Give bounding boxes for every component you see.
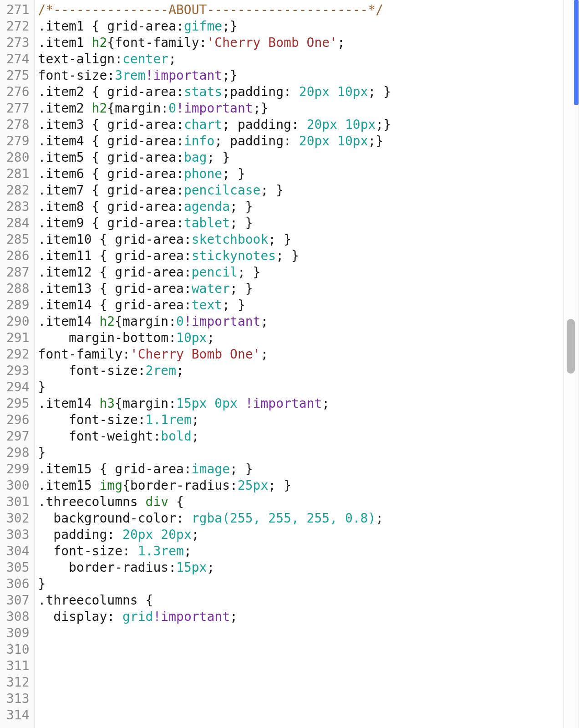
code-line[interactable]: display: grid!important; bbox=[38, 609, 560, 625]
line-number: 287 bbox=[6, 264, 30, 281]
vertical-scrollbar[interactable] bbox=[564, 0, 579, 728]
code-line[interactable]: /*---------------ABOUT------------------… bbox=[38, 2, 560, 18]
code-line[interactable]: .item5 { grid-area:bag; } bbox=[38, 149, 560, 166]
line-number: 309 bbox=[6, 625, 30, 641]
line-number: 278 bbox=[6, 117, 30, 133]
code-content[interactable]: /*---------------ABOUT------------------… bbox=[35, 0, 564, 728]
code-line[interactable]: .item10 { grid-area:sketchbook; } bbox=[38, 231, 560, 248]
line-number: 273 bbox=[6, 35, 30, 51]
line-number: 299 bbox=[6, 461, 30, 477]
line-number: 277 bbox=[6, 100, 30, 117]
code-line[interactable]: margin-bottom:10px; bbox=[38, 330, 560, 346]
code-line[interactable]: .item3 { grid-area:chart; padding: 20px … bbox=[38, 117, 560, 133]
line-number: 283 bbox=[6, 199, 30, 215]
line-number: 289 bbox=[6, 297, 30, 313]
line-number: 272 bbox=[6, 18, 30, 35]
line-number: 307 bbox=[6, 592, 30, 609]
code-line[interactable]: .item2 { grid-area:stats;padding: 20px 1… bbox=[38, 84, 560, 100]
line-number: 274 bbox=[6, 51, 30, 67]
code-editor: 2712722732742752762772782792802812822832… bbox=[0, 0, 579, 728]
line-number: 286 bbox=[6, 248, 30, 264]
code-line[interactable]: .item13 { grid-area:water; } bbox=[38, 281, 560, 297]
code-line[interactable]: font-size:3rem!important;} bbox=[38, 67, 560, 84]
line-number: 279 bbox=[6, 133, 30, 149]
line-number: 291 bbox=[6, 330, 30, 346]
code-line[interactable]: font-size:1.1rem; bbox=[38, 412, 560, 428]
code-line[interactable]: .item6 { grid-area:phone; } bbox=[38, 166, 560, 182]
code-line[interactable]: padding: 20px 20px; bbox=[38, 527, 560, 543]
line-number: 290 bbox=[6, 313, 30, 330]
line-number: 295 bbox=[6, 395, 30, 412]
line-number: 311 bbox=[6, 658, 30, 674]
line-number: 301 bbox=[6, 494, 30, 510]
line-number: 298 bbox=[6, 445, 30, 461]
line-number: 303 bbox=[6, 527, 30, 543]
code-line[interactable]: font-weight:bold; bbox=[38, 428, 560, 445]
code-line[interactable]: .item8 { grid-area:agenda; } bbox=[38, 199, 560, 215]
line-number: 312 bbox=[6, 674, 30, 691]
code-line[interactable]: .item14 h3{margin:15px 0px !important; bbox=[38, 395, 560, 412]
code-line[interactable]: .item7 { grid-area:pencilcase; } bbox=[38, 182, 560, 199]
line-number: 276 bbox=[6, 84, 30, 100]
line-number: 285 bbox=[6, 231, 30, 248]
line-number: 280 bbox=[6, 149, 30, 166]
line-number: 292 bbox=[6, 346, 30, 363]
line-number: 296 bbox=[6, 412, 30, 428]
line-number: 297 bbox=[6, 428, 30, 445]
line-number: 288 bbox=[6, 281, 30, 297]
line-number: 305 bbox=[6, 559, 30, 576]
code-line[interactable]: .item12 { grid-area:pencil; } bbox=[38, 264, 560, 281]
line-number: 310 bbox=[6, 641, 30, 658]
code-line[interactable]: } bbox=[38, 379, 560, 395]
code-line[interactable]: .item1 { grid-area:gifme;} bbox=[38, 18, 560, 35]
line-number: 308 bbox=[6, 609, 30, 625]
code-line[interactable]: border-radius:15px; bbox=[38, 559, 560, 576]
code-line[interactable]: text-align:center; bbox=[38, 51, 560, 67]
scrollbar-highlight bbox=[574, 0, 579, 105]
line-number: 306 bbox=[6, 576, 30, 592]
code-line[interactable]: font-size:2rem; bbox=[38, 363, 560, 379]
code-line[interactable]: .threecolumns div { bbox=[38, 494, 560, 510]
code-line[interactable]: .item15 img{border-radius:25px; } bbox=[38, 477, 560, 494]
code-line[interactable]: .item11 { grid-area:stickynotes; } bbox=[38, 248, 560, 264]
line-number: 313 bbox=[6, 691, 30, 707]
line-number: 275 bbox=[6, 67, 30, 84]
line-number: 282 bbox=[6, 182, 30, 199]
line-number-gutter: 2712722732742752762772782792802812822832… bbox=[0, 0, 35, 728]
line-number: 300 bbox=[6, 477, 30, 494]
code-line[interactable]: .threecolumns { bbox=[38, 592, 560, 609]
code-line[interactable]: .item14 { grid-area:text; } bbox=[38, 297, 560, 313]
code-line[interactable]: .item2 h2{margin:0!important;} bbox=[38, 100, 560, 117]
line-number: 271 bbox=[6, 2, 30, 18]
code-line[interactable]: font-size: 1.3rem; bbox=[38, 543, 560, 559]
line-number: 314 bbox=[6, 707, 30, 723]
line-number: 284 bbox=[6, 215, 30, 231]
line-number: 281 bbox=[6, 166, 30, 182]
scrollbar-thumb[interactable] bbox=[567, 319, 575, 374]
line-number: 304 bbox=[6, 543, 30, 559]
code-line[interactable]: font-family:'Cherry Bomb One'; bbox=[38, 346, 560, 363]
line-number: 294 bbox=[6, 379, 30, 395]
code-line[interactable]: background-color: rgba(255, 255, 255, 0.… bbox=[38, 510, 560, 527]
code-line[interactable]: .item9 { grid-area:tablet; } bbox=[38, 215, 560, 231]
code-line[interactable]: .item1 h2{font-family:'Cherry Bomb One'; bbox=[38, 35, 560, 51]
code-line[interactable]: .item4 { grid-area:info; padding: 20px 1… bbox=[38, 133, 560, 149]
code-line[interactable]: } bbox=[38, 445, 560, 461]
line-number: 302 bbox=[6, 510, 30, 527]
code-line[interactable]: .item15 { grid-area:image; } bbox=[38, 461, 560, 477]
code-line[interactable]: } bbox=[38, 576, 560, 592]
code-line[interactable]: .item14 h2{margin:0!important; bbox=[38, 313, 560, 330]
line-number: 293 bbox=[6, 363, 30, 379]
